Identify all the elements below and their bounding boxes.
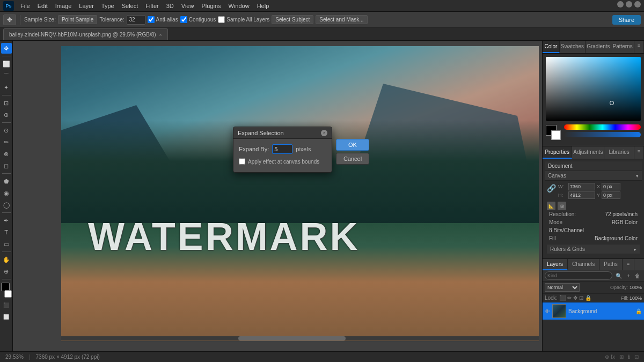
tab-layers[interactable]: Layers	[543, 259, 568, 270]
menu-edit[interactable]: Edit	[34, 2, 51, 10]
canvas-area[interactable]: WATERMARK Expand Selection × Expand By: …	[13, 41, 542, 351]
horizontal-scrollbar-thumb[interactable]	[238, 336, 346, 341]
menu-3d[interactable]: 3D	[163, 2, 177, 10]
close-button[interactable]: ×	[634, 1, 641, 8]
magic-wand-tool[interactable]: ✦	[1, 82, 12, 93]
background-color[interactable]	[4, 290, 12, 298]
menu-help[interactable]: Help	[254, 2, 273, 10]
canvas-height-input[interactable]	[568, 191, 595, 199]
resolution-label: Resolution:	[549, 211, 576, 217]
screen-mode[interactable]: ⬜	[1, 312, 12, 322]
select-subject-button[interactable]: Select Subject	[272, 15, 313, 24]
tab-properties[interactable]: Properties	[543, 146, 572, 159]
menu-layer[interactable]: Layer	[76, 2, 97, 10]
anti-alias-checkbox[interactable]	[148, 16, 155, 23]
shape-tool[interactable]: ▭	[1, 239, 12, 249]
share-button[interactable]: Share	[612, 15, 641, 25]
expand-by-input[interactable]	[272, 144, 292, 154]
menu-image[interactable]: Image	[52, 2, 75, 10]
layers-filter-btn[interactable]: 🔍	[614, 272, 624, 279]
color-picker-cursor[interactable]	[610, 101, 614, 105]
tool-options-move[interactable]: ✥	[3, 14, 16, 25]
lock-transparent-btn[interactable]: ⬛	[559, 295, 566, 301]
layers-search-input[interactable]	[545, 271, 612, 280]
rulers-section-title[interactable]: Rulers & Grids ▸	[547, 245, 640, 254]
hand-tool[interactable]: ✋	[1, 254, 12, 265]
rulers-collapse-icon[interactable]: ▸	[634, 247, 636, 252]
layers-options-button[interactable]: ≡	[623, 259, 634, 270]
zoom-tool[interactable]: ⊕	[1, 266, 12, 277]
gradient-tool[interactable]: ⬟	[1, 176, 12, 187]
tab-gradients[interactable]: Gradients	[586, 41, 611, 53]
maximize-button[interactable]: □	[626, 1, 632, 8]
background-swatch[interactable]	[551, 130, 561, 140]
mask-mode-toggle[interactable]: ⬛	[1, 300, 12, 311]
tab-libraries[interactable]: Libraries	[604, 146, 634, 159]
select-mask-button[interactable]: Select and Mask...	[316, 15, 367, 24]
sample-size-dropdown[interactable]: Point Sample	[58, 15, 97, 24]
menu-window[interactable]: Window	[225, 2, 253, 10]
tab-channels[interactable]: Channels	[568, 259, 599, 270]
lock-position-btn[interactable]: ✥	[573, 295, 577, 301]
canvas-collapse-icon[interactable]: ▾	[636, 173, 639, 179]
text-tool[interactable]: T	[1, 227, 12, 238]
tab-paths[interactable]: Paths	[599, 259, 623, 270]
dialog-close-button[interactable]: ×	[321, 130, 327, 136]
lock-artboard-btn[interactable]: ⊡	[579, 295, 583, 301]
tab-patterns[interactable]: Patterns	[611, 41, 634, 53]
contiguous-checkbox[interactable]	[180, 16, 187, 23]
dodge-tool[interactable]: ◯	[1, 200, 12, 210]
move-tool[interactable]: ✥	[1, 43, 12, 54]
eyedropper-tool[interactable]: ⊕	[1, 109, 12, 120]
tab-color[interactable]: Color	[543, 41, 560, 53]
menu-view[interactable]: View	[178, 2, 197, 10]
layer-background[interactable]: 👁 Background 🔒	[543, 302, 644, 320]
apply-effect-checkbox[interactable]	[239, 158, 245, 165]
tolerance-input[interactable]	[127, 15, 145, 25]
marquee-tool[interactable]: ⬜	[1, 58, 12, 69]
lasso-tool[interactable]: ⌒	[1, 70, 12, 81]
properties-options-button[interactable]: ≡	[634, 146, 644, 159]
cancel-button[interactable]: Cancel	[336, 153, 369, 165]
document-tab[interactable]: bailey-zindel-NRQV-hbF10M-unsplash.png @…	[3, 28, 168, 40]
apply-effect-row: Apply effect at canvas bounds	[239, 158, 326, 165]
canvas-x-input[interactable]	[602, 183, 620, 190]
color-gradient-picker[interactable]	[546, 57, 641, 121]
ok-button[interactable]: OK	[336, 139, 369, 151]
canvas-y-input[interactable]	[602, 191, 620, 199]
tab-close-button[interactable]: ×	[159, 32, 162, 38]
hue-slider[interactable]	[564, 124, 641, 130]
menu-file[interactable]: File	[17, 2, 33, 10]
menu-filter[interactable]: Filter	[142, 2, 162, 10]
pen-tool[interactable]: ✒	[1, 215, 12, 226]
canvas-section-title[interactable]: Canvas ▾	[545, 171, 642, 181]
layers-add-btn[interactable]: +	[625, 272, 632, 279]
tool-separator-2	[2, 95, 11, 95]
canvas-grid-icon[interactable]: ⊞	[558, 202, 566, 210]
resolution-value: 72 pixels/inch	[605, 211, 638, 217]
panel-options-button[interactable]: ≡	[634, 41, 644, 53]
blur-tool[interactable]: ◉	[1, 188, 12, 198]
spot-heal-tool[interactable]: ⊙	[1, 125, 12, 136]
clone-tool[interactable]: ⊗	[1, 149, 12, 159]
tab-swatches[interactable]: Swatches	[560, 41, 586, 53]
alpha-slider[interactable]	[564, 132, 641, 137]
menu-plugins[interactable]: Plugins	[198, 2, 224, 10]
blend-mode-select[interactable]: Normal	[545, 283, 580, 292]
canvas-ruler-icon[interactable]: 📐	[547, 202, 555, 210]
menu-type[interactable]: Type	[98, 2, 118, 10]
minimize-button[interactable]: –	[617, 1, 624, 8]
pixels-unit-label: pixels	[296, 146, 311, 152]
tab-adjustments[interactable]: Adjustments	[572, 146, 604, 159]
sample-all-layers-checkbox[interactable]	[218, 16, 225, 23]
brush-tool[interactable]: ✏	[1, 137, 12, 147]
crop-tool[interactable]: ⊡	[1, 98, 12, 108]
lock-image-btn[interactable]: ✏	[567, 295, 572, 301]
menu-select[interactable]: Select	[119, 2, 142, 10]
eraser-tool[interactable]: ◻	[1, 160, 12, 171]
lock-all-btn[interactable]: 🔒	[585, 295, 591, 301]
horizontal-scrollbar-track[interactable]	[61, 336, 539, 341]
layers-delete-btn[interactable]: 🗑	[633, 272, 642, 279]
layer-visibility-toggle[interactable]: 👁	[545, 308, 550, 314]
canvas-width-input[interactable]	[568, 183, 595, 190]
